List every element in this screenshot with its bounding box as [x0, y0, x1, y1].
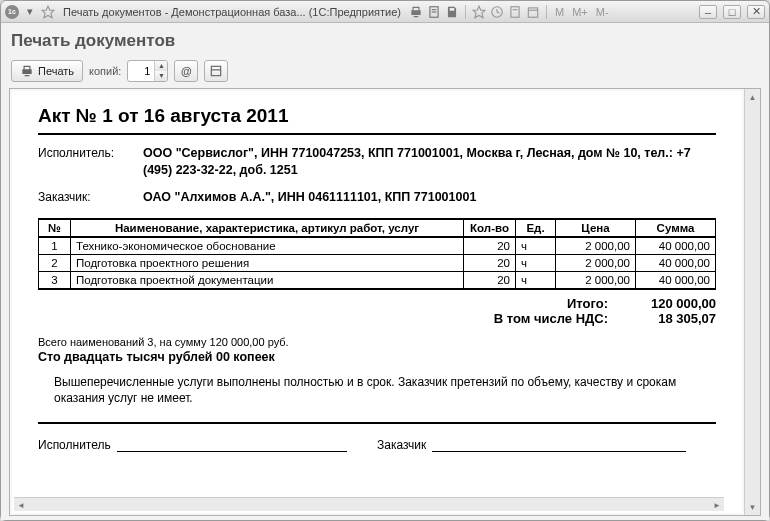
col-sum: Сумма	[636, 219, 716, 237]
items-table: № Наименование, характеристика, артикул …	[38, 218, 716, 290]
spin-down-icon[interactable]: ▼	[155, 71, 167, 81]
memory-mminus[interactable]: M-	[594, 6, 611, 18]
document-body: Акт № 1 от 16 августа 2011 Исполнитель: …	[12, 91, 742, 492]
svg-marker-0	[42, 6, 54, 18]
spin-up-icon[interactable]: ▲	[155, 61, 167, 71]
signatures: Исполнитель Заказчик	[38, 438, 716, 452]
at-icon: @	[181, 65, 192, 77]
cell-price: 2 000,00	[556, 237, 636, 255]
table-row: 3Подготовка проектной документации20ч2 0…	[39, 271, 716, 289]
note-text: Вышеперечисленные услуги выполнены полно…	[38, 374, 716, 424]
performer-row: Исполнитель: ООО "Сервислог", ИНН 771004…	[38, 145, 716, 179]
sign-customer-line	[432, 440, 686, 452]
close-button[interactable]: ✕	[747, 5, 765, 19]
performer-label: Исполнитель:	[38, 145, 133, 179]
vertical-scrollbar[interactable]: ▲ ▼	[744, 89, 760, 515]
table-row: 2Подготовка проектного решения20ч2 000,0…	[39, 254, 716, 271]
cell-sum: 40 000,00	[636, 254, 716, 271]
memory-mplus[interactable]: M+	[570, 6, 590, 18]
history-icon[interactable]	[490, 5, 504, 19]
col-name: Наименование, характеристика, артикул ра…	[71, 219, 464, 237]
sign-customer-label: Заказчик	[377, 438, 426, 452]
cell-price: 2 000,00	[556, 254, 636, 271]
count-line: Всего наименований 3, на сумму 120 000,0…	[38, 336, 716, 348]
horizontal-scrollbar[interactable]: ◄ ►	[14, 497, 724, 511]
customer-label: Заказчик:	[38, 189, 133, 206]
document-icon[interactable]	[427, 5, 441, 19]
cell-unit: ч	[516, 271, 556, 289]
cell-unit: ч	[516, 254, 556, 271]
cell-name: Технико-экономическое обоснование	[71, 237, 464, 255]
cell-sum: 40 000,00	[636, 271, 716, 289]
page-title: Печать документов	[9, 29, 761, 57]
cell-qty: 20	[464, 237, 516, 255]
app-window: 1c ▾ Печать документов - Демонстрационна…	[0, 0, 770, 521]
table-row: 1Технико-экономическое обоснование20ч2 0…	[39, 237, 716, 255]
minimize-button[interactable]: –	[699, 5, 717, 19]
memory-m[interactable]: M	[553, 6, 566, 18]
total-value: 120 000,00	[626, 296, 716, 311]
cell-name: Подготовка проектного решения	[71, 254, 464, 271]
window-title: Печать документов - Демонстрационная баз…	[63, 6, 401, 18]
col-price: Цена	[556, 219, 636, 237]
content-area: Печать документов Печать копий: ▲ ▼ @ Ак…	[1, 23, 769, 520]
scroll-left-icon[interactable]: ◄	[14, 498, 28, 512]
copies-input[interactable]	[128, 65, 154, 77]
preview-button[interactable]: @	[174, 60, 198, 82]
customer-value: ОАО "Алхимов А.А.", ИНН 0461111101, КПП …	[143, 189, 716, 206]
svg-rect-10	[212, 66, 221, 75]
cell-name: Подготовка проектной документации	[71, 271, 464, 289]
total-label: Итого:	[466, 296, 626, 311]
cell-qty: 20	[464, 254, 516, 271]
col-unit: Ед.	[516, 219, 556, 237]
calculator-icon[interactable]	[508, 5, 522, 19]
totals: Итого: 120 000,00 В том числе НДС: 18 30…	[38, 296, 716, 326]
star-outline-icon[interactable]	[41, 5, 55, 19]
scroll-right-icon[interactable]: ►	[710, 498, 724, 512]
app-icon: 1c	[5, 5, 19, 19]
scroll-up-icon[interactable]: ▲	[745, 89, 760, 105]
cell-sum: 40 000,00	[636, 237, 716, 255]
favorite-icon[interactable]	[472, 5, 486, 19]
copies-label: копий:	[89, 65, 121, 77]
printer-icon	[20, 64, 34, 78]
sign-performer-label: Исполнитель	[38, 438, 111, 452]
col-num: №	[39, 219, 71, 237]
copies-stepper[interactable]: ▲ ▼	[127, 60, 168, 82]
svg-rect-8	[528, 7, 537, 16]
dropdown-icon[interactable]: ▾	[23, 5, 37, 19]
cell-num: 1	[39, 237, 71, 255]
maximize-button[interactable]: □	[723, 5, 741, 19]
vat-label: В том числе НДС:	[466, 311, 626, 326]
cell-price: 2 000,00	[556, 271, 636, 289]
cell-qty: 20	[464, 271, 516, 289]
titlebar: 1c ▾ Печать документов - Демонстрационна…	[1, 1, 769, 23]
sign-performer-line	[117, 440, 347, 452]
print-button[interactable]: Печать	[11, 60, 83, 82]
vat-value: 18 305,07	[626, 311, 716, 326]
doc-title: Акт № 1 от 16 августа 2011	[38, 105, 716, 135]
print-icon[interactable]	[409, 5, 423, 19]
svg-rect-6	[511, 6, 519, 17]
toolbar: Печать копий: ▲ ▼ @	[9, 57, 761, 88]
customer-row: Заказчик: ОАО "Алхимов А.А.", ИНН 046111…	[38, 189, 716, 206]
svg-marker-4	[473, 6, 485, 18]
cell-unit: ч	[516, 237, 556, 255]
amount-in-words: Сто двадцать тысяч рублей 00 копеек	[38, 350, 716, 364]
cell-num: 3	[39, 271, 71, 289]
save-icon[interactable]	[445, 5, 459, 19]
print-button-label: Печать	[38, 65, 74, 77]
cell-num: 2	[39, 254, 71, 271]
settings-button[interactable]	[204, 60, 228, 82]
table-header-row: № Наименование, характеристика, артикул …	[39, 219, 716, 237]
performer-value: ООО "Сервислог", ИНН 7710047253, КПП 771…	[143, 145, 716, 179]
calendar-icon[interactable]	[526, 5, 540, 19]
col-qty: Кол-во	[464, 219, 516, 237]
document-viewport: Акт № 1 от 16 августа 2011 Исполнитель: …	[9, 88, 761, 516]
scroll-down-icon[interactable]: ▼	[745, 499, 760, 515]
document-area[interactable]: Акт № 1 от 16 августа 2011 Исполнитель: …	[12, 91, 742, 513]
